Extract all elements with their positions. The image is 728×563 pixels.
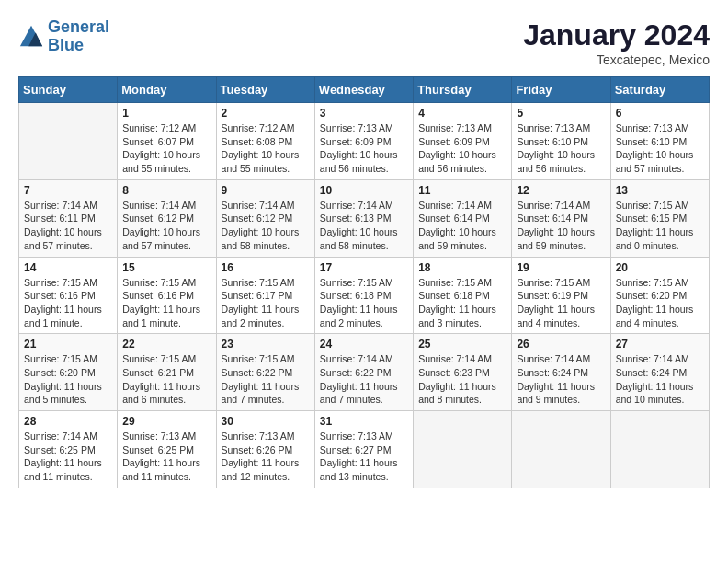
day-number: 24 bbox=[320, 338, 408, 350]
calendar-cell: 28Sunrise: 7:14 AM Sunset: 6:25 PM Dayli… bbox=[19, 411, 118, 488]
day-number: 20 bbox=[616, 261, 704, 274]
day-info: Sunrise: 7:14 AM Sunset: 6:25 PM Dayligh… bbox=[24, 430, 112, 484]
calendar-cell: 19Sunrise: 7:15 AM Sunset: 6:19 PM Dayli… bbox=[512, 257, 610, 334]
calendar-cell: 17Sunrise: 7:15 AM Sunset: 6:18 PM Dayli… bbox=[314, 257, 413, 334]
day-info: Sunrise: 7:15 AM Sunset: 6:20 PM Dayligh… bbox=[24, 352, 112, 407]
day-info: Sunrise: 7:15 AM Sunset: 6:21 PM Dayligh… bbox=[122, 352, 210, 407]
day-number: 3 bbox=[320, 107, 408, 120]
calendar-week-4: 21Sunrise: 7:15 AM Sunset: 6:20 PM Dayli… bbox=[19, 334, 710, 411]
day-header-sunday: Sunday bbox=[19, 77, 118, 103]
day-number: 1 bbox=[122, 107, 210, 120]
day-number: 12 bbox=[517, 184, 605, 197]
calendar-cell: 22Sunrise: 7:15 AM Sunset: 6:21 PM Dayli… bbox=[118, 334, 216, 411]
calendar-cell bbox=[414, 411, 512, 488]
calendar-table: SundayMondayTuesdayWednesdayThursdayFrid… bbox=[18, 76, 710, 488]
calendar-cell: 13Sunrise: 7:15 AM Sunset: 6:15 PM Dayli… bbox=[610, 179, 709, 257]
day-info: Sunrise: 7:14 AM Sunset: 6:11 PM Dayligh… bbox=[24, 199, 112, 253]
day-info: Sunrise: 7:15 AM Sunset: 6:22 PM Dayligh… bbox=[222, 352, 310, 407]
day-number: 30 bbox=[222, 415, 310, 428]
calendar-cell bbox=[512, 411, 610, 488]
calendar-cell: 12Sunrise: 7:14 AM Sunset: 6:14 PM Dayli… bbox=[512, 179, 610, 257]
day-info: Sunrise: 7:15 AM Sunset: 6:17 PM Dayligh… bbox=[222, 276, 310, 330]
day-number: 14 bbox=[24, 261, 112, 274]
day-info: Sunrise: 7:13 AM Sunset: 6:10 PM Dayligh… bbox=[616, 121, 704, 176]
calendar-cell: 1Sunrise: 7:12 AM Sunset: 6:07 PM Daylig… bbox=[118, 103, 216, 180]
calendar-cell: 24Sunrise: 7:14 AM Sunset: 6:22 PM Dayli… bbox=[314, 334, 413, 411]
calendar-cell: 15Sunrise: 7:15 AM Sunset: 6:16 PM Dayli… bbox=[118, 257, 216, 334]
calendar-week-3: 14Sunrise: 7:15 AM Sunset: 6:16 PM Dayli… bbox=[19, 257, 710, 334]
day-number: 23 bbox=[222, 338, 310, 350]
day-number: 5 bbox=[517, 107, 605, 120]
logo-text: General Blue bbox=[48, 18, 109, 55]
day-info: Sunrise: 7:14 AM Sunset: 6:22 PM Dayligh… bbox=[320, 352, 408, 407]
day-number: 10 bbox=[320, 184, 408, 197]
calendar-cell: 26Sunrise: 7:14 AM Sunset: 6:24 PM Dayli… bbox=[512, 334, 610, 411]
calendar-cell bbox=[610, 411, 709, 488]
day-header-saturday: Saturday bbox=[610, 77, 709, 103]
day-number: 21 bbox=[24, 338, 112, 350]
day-number: 18 bbox=[418, 261, 506, 274]
calendar-cell: 29Sunrise: 7:13 AM Sunset: 6:25 PM Dayli… bbox=[118, 411, 216, 488]
calendar-week-2: 7Sunrise: 7:14 AM Sunset: 6:11 PM Daylig… bbox=[19, 179, 710, 257]
day-info: Sunrise: 7:13 AM Sunset: 6:10 PM Dayligh… bbox=[517, 121, 605, 176]
day-info: Sunrise: 7:13 AM Sunset: 6:25 PM Dayligh… bbox=[122, 430, 210, 484]
calendar-cell: 23Sunrise: 7:15 AM Sunset: 6:22 PM Dayli… bbox=[216, 334, 314, 411]
day-info: Sunrise: 7:15 AM Sunset: 6:20 PM Dayligh… bbox=[616, 276, 704, 330]
day-number: 4 bbox=[418, 107, 506, 120]
day-number: 28 bbox=[24, 415, 112, 428]
logo-icon bbox=[18, 24, 44, 50]
day-info: Sunrise: 7:15 AM Sunset: 6:16 PM Dayligh… bbox=[24, 276, 112, 330]
day-info: Sunrise: 7:15 AM Sunset: 6:18 PM Dayligh… bbox=[320, 276, 408, 330]
day-number: 17 bbox=[320, 261, 408, 274]
day-number: 22 bbox=[122, 338, 210, 350]
calendar-cell: 6Sunrise: 7:13 AM Sunset: 6:10 PM Daylig… bbox=[610, 103, 709, 180]
day-info: Sunrise: 7:14 AM Sunset: 6:23 PM Dayligh… bbox=[418, 352, 506, 407]
calendar-cell: 2Sunrise: 7:12 AM Sunset: 6:08 PM Daylig… bbox=[216, 103, 314, 180]
calendar-cell: 18Sunrise: 7:15 AM Sunset: 6:18 PM Dayli… bbox=[414, 257, 512, 334]
day-info: Sunrise: 7:15 AM Sunset: 6:16 PM Dayligh… bbox=[122, 276, 210, 330]
calendar-cell: 30Sunrise: 7:13 AM Sunset: 6:26 PM Dayli… bbox=[216, 411, 314, 488]
day-number: 8 bbox=[122, 184, 210, 197]
day-number: 26 bbox=[517, 338, 605, 350]
calendar-cell: 31Sunrise: 7:13 AM Sunset: 6:27 PM Dayli… bbox=[314, 411, 413, 488]
calendar-week-5: 28Sunrise: 7:14 AM Sunset: 6:25 PM Dayli… bbox=[19, 411, 710, 488]
calendar-cell: 25Sunrise: 7:14 AM Sunset: 6:23 PM Dayli… bbox=[414, 334, 512, 411]
day-info: Sunrise: 7:13 AM Sunset: 6:26 PM Dayligh… bbox=[222, 430, 310, 484]
day-info: Sunrise: 7:14 AM Sunset: 6:14 PM Dayligh… bbox=[418, 199, 506, 253]
day-info: Sunrise: 7:14 AM Sunset: 6:24 PM Dayligh… bbox=[517, 352, 605, 407]
calendar-cell: 20Sunrise: 7:15 AM Sunset: 6:20 PM Dayli… bbox=[610, 257, 709, 334]
day-number: 13 bbox=[616, 184, 704, 197]
day-number: 25 bbox=[418, 338, 506, 350]
calendar-cell: 27Sunrise: 7:14 AM Sunset: 6:24 PM Dayli… bbox=[610, 334, 709, 411]
day-header-tuesday: Tuesday bbox=[216, 77, 314, 103]
day-info: Sunrise: 7:14 AM Sunset: 6:12 PM Dayligh… bbox=[222, 199, 310, 253]
day-info: Sunrise: 7:14 AM Sunset: 6:13 PM Dayligh… bbox=[320, 199, 408, 253]
page-header: General Blue January 2024 Texcatepec, Me… bbox=[18, 18, 710, 67]
calendar-cell: 4Sunrise: 7:13 AM Sunset: 6:09 PM Daylig… bbox=[414, 103, 512, 180]
day-number: 15 bbox=[122, 261, 210, 274]
day-number: 16 bbox=[222, 261, 310, 274]
logo: General Blue bbox=[18, 18, 109, 55]
calendar-cell: 14Sunrise: 7:15 AM Sunset: 6:16 PM Dayli… bbox=[19, 257, 118, 334]
day-info: Sunrise: 7:14 AM Sunset: 6:12 PM Dayligh… bbox=[122, 199, 210, 253]
calendar-cell: 21Sunrise: 7:15 AM Sunset: 6:20 PM Dayli… bbox=[19, 334, 118, 411]
month-title: January 2024 bbox=[523, 18, 710, 52]
logo-line2: Blue bbox=[48, 36, 84, 54]
calendar-cell: 5Sunrise: 7:13 AM Sunset: 6:10 PM Daylig… bbox=[512, 103, 610, 180]
logo-line1: General bbox=[48, 17, 109, 36]
day-info: Sunrise: 7:14 AM Sunset: 6:14 PM Dayligh… bbox=[517, 199, 605, 253]
day-info: Sunrise: 7:15 AM Sunset: 6:15 PM Dayligh… bbox=[616, 199, 704, 253]
day-number: 29 bbox=[122, 415, 210, 428]
calendar-cell: 7Sunrise: 7:14 AM Sunset: 6:11 PM Daylig… bbox=[19, 179, 118, 257]
day-info: Sunrise: 7:12 AM Sunset: 6:07 PM Dayligh… bbox=[122, 121, 210, 176]
calendar-body: 1Sunrise: 7:12 AM Sunset: 6:07 PM Daylig… bbox=[19, 103, 710, 488]
day-number: 27 bbox=[616, 338, 704, 350]
day-header-friday: Friday bbox=[512, 77, 610, 103]
title-block: January 2024 Texcatepec, Mexico bbox=[523, 18, 710, 67]
calendar-cell: 9Sunrise: 7:14 AM Sunset: 6:12 PM Daylig… bbox=[216, 179, 314, 257]
day-info: Sunrise: 7:13 AM Sunset: 6:27 PM Dayligh… bbox=[320, 430, 408, 484]
calendar-week-1: 1Sunrise: 7:12 AM Sunset: 6:07 PM Daylig… bbox=[19, 103, 710, 180]
day-number: 6 bbox=[616, 107, 704, 120]
location-subtitle: Texcatepec, Mexico bbox=[523, 52, 710, 67]
calendar-cell: 8Sunrise: 7:14 AM Sunset: 6:12 PM Daylig… bbox=[118, 179, 216, 257]
